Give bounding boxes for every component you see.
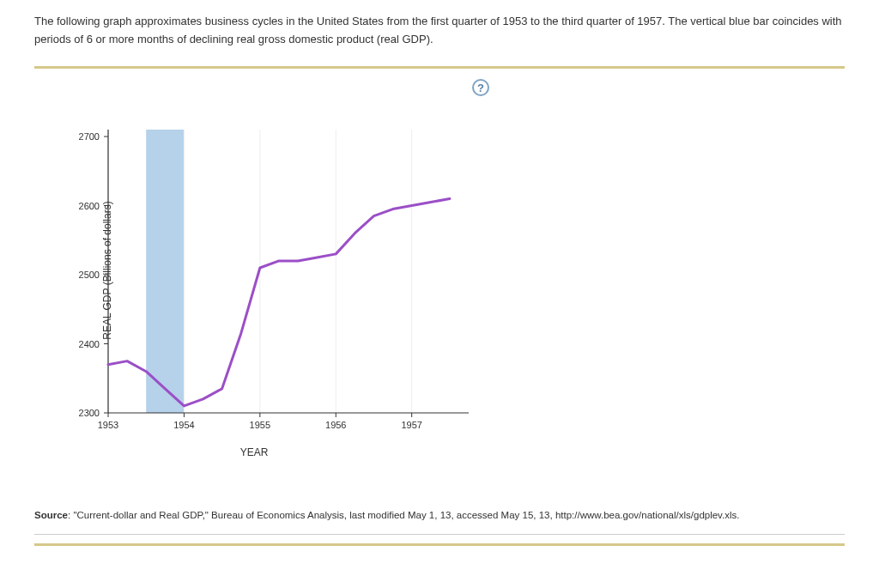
intro-paragraph: The following graph approximates busines… xyxy=(34,13,845,49)
svg-text:1953: 1953 xyxy=(98,420,118,430)
chart-plot: 2300240025002600270019531954195519561957 xyxy=(48,82,494,443)
svg-text:1957: 1957 xyxy=(401,420,421,430)
source-text: : "Current-dollar and Real GDP," Bureau … xyxy=(68,510,739,520)
y-axis-label: REAL GDP (Billions of dollars) xyxy=(101,201,113,339)
help-icon[interactable]: ? xyxy=(472,79,489,96)
svg-text:1955: 1955 xyxy=(250,420,270,430)
source-prefix: Source xyxy=(34,510,68,520)
divider-thin-bottom xyxy=(34,534,845,535)
svg-text:2400: 2400 xyxy=(79,338,100,349)
svg-text:2700: 2700 xyxy=(79,131,100,142)
x-axis-label: YEAR xyxy=(100,446,409,458)
svg-text:2500: 2500 xyxy=(79,270,100,280)
svg-text:2600: 2600 xyxy=(79,200,100,210)
svg-text:1954: 1954 xyxy=(173,420,194,430)
svg-text:1956: 1956 xyxy=(325,420,346,430)
divider-gold-bottom xyxy=(34,543,845,546)
svg-rect-0 xyxy=(146,130,184,413)
chart-container: ? REAL GDP (Billions of dollars) 2300240… xyxy=(34,69,508,472)
svg-text:2300: 2300 xyxy=(79,408,100,418)
source-line: Source: "Current-dollar and Real GDP," B… xyxy=(34,506,845,524)
